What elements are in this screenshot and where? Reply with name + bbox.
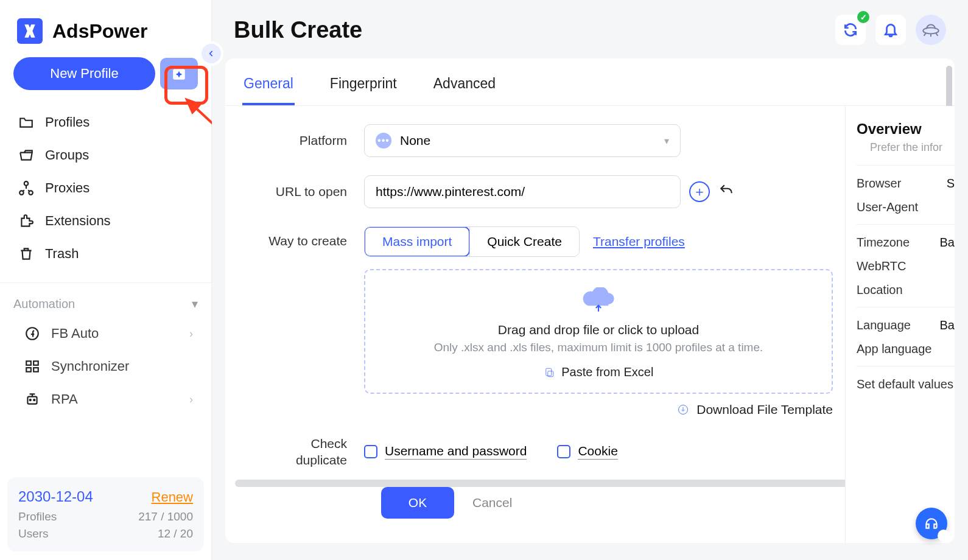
dropzone-text-2: Only .xlsx and .xls files, maximum limit… — [377, 341, 819, 354]
sidebar-item-synchronizer[interactable]: Synchronizer — [6, 350, 205, 383]
bulk-create-button[interactable] — [160, 58, 198, 89]
sidebar: AdsPower New Profile Profiles Groups Pro… — [0, 0, 212, 560]
tabs: General Fingerprint Advanced — [225, 58, 955, 105]
svg-rect-6 — [26, 361, 31, 365]
sidebar-item-groups[interactable]: Groups — [6, 139, 205, 172]
tab-fingerprint[interactable]: Fingerprint — [329, 69, 398, 105]
puzzle-icon — [18, 213, 34, 229]
sync-icon — [24, 359, 40, 374]
download-icon — [677, 404, 689, 416]
dropzone-text-1: Drag and drop file or click to upload — [377, 323, 819, 337]
checkbox-username-password[interactable]: Username and password — [364, 444, 527, 460]
overview-panel: Overview Prefer the infor BrowserS User-… — [845, 106, 955, 543]
sidebar-item-extensions[interactable]: Extensions — [6, 205, 205, 237]
platform-select[interactable]: ••• None ▾ — [364, 124, 681, 157]
tab-advanced[interactable]: Advanced — [432, 69, 497, 105]
bell-icon — [883, 22, 899, 38]
check-badge-icon — [857, 11, 869, 23]
notifications-button[interactable] — [875, 15, 906, 45]
paste-icon — [544, 367, 555, 378]
users-count-label: Users — [18, 527, 49, 541]
paste-from-excel-button[interactable]: Paste from Excel — [377, 365, 819, 379]
chevron-down-icon: ▾ — [664, 135, 669, 147]
new-profile-button[interactable]: New Profile — [13, 57, 155, 90]
overview-label: User-Agent — [857, 200, 918, 214]
renew-link[interactable]: Renew — [152, 489, 193, 505]
svg-rect-15 — [545, 368, 551, 376]
sidebar-item-label: Trash — [45, 246, 79, 262]
automation-section[interactable]: Automation ▾ — [0, 285, 211, 317]
checkbox-cookie[interactable]: Cookie — [557, 444, 617, 460]
overview-label: Language — [857, 318, 911, 332]
subscription-box: 2030-12-04 Renew Profiles 217 / 1000 Use… — [7, 477, 204, 551]
mass-import-option[interactable]: Mass import — [364, 226, 470, 257]
ok-button[interactable]: OK — [381, 487, 454, 519]
sidebar-item-label: Proxies — [45, 180, 89, 196]
chevron-down-icon: ▾ — [192, 296, 198, 311]
profiles-count-value: 217 / 1000 — [138, 510, 193, 523]
checkbox-icon — [557, 445, 570, 458]
cancel-button[interactable]: Cancel — [472, 495, 512, 510]
overview-subtitle: Prefer the infor — [870, 141, 955, 154]
overview-label: Timezone — [857, 236, 910, 250]
overview-label: App language — [857, 342, 931, 356]
sidebar-item-label: Synchronizer — [51, 359, 129, 374]
trash-icon — [18, 246, 34, 262]
way-to-create-toggle: Mass import Quick Create — [364, 226, 580, 257]
svg-point-14 — [923, 27, 939, 33]
sidebar-item-rpa[interactable]: RPA › — [6, 383, 205, 416]
checkbox-label: Username and password — [385, 444, 527, 460]
chevron-right-icon: › — [189, 393, 193, 406]
cloud-upload-icon — [377, 287, 819, 317]
overview-title: Overview — [857, 121, 955, 138]
quick-create-option[interactable]: Quick Create — [469, 227, 579, 256]
set-default-values-link[interactable]: Set default values — [857, 377, 953, 391]
support-fab[interactable] — [916, 508, 947, 539]
horizontal-scrollbar[interactable] — [235, 480, 930, 487]
profiles-count-label: Profiles — [18, 510, 57, 523]
refresh-icon — [843, 22, 858, 38]
download-template-link[interactable]: Download File Template — [364, 402, 833, 417]
form-card: General Fingerprint Advanced Platform ••… — [225, 58, 955, 543]
svg-rect-7 — [33, 361, 38, 365]
sidebar-item-profiles[interactable]: Profiles — [6, 106, 205, 139]
ufo-icon — [921, 19, 941, 40]
brand-row: AdsPower — [0, 0, 211, 57]
sidebar-item-label: RPA — [51, 391, 78, 407]
sidebar-item-proxies[interactable]: Proxies — [6, 172, 205, 205]
add-url-button[interactable]: ＋ — [689, 181, 710, 202]
facebook-icon — [24, 326, 40, 341]
network-icon — [18, 180, 34, 196]
svg-point-11 — [30, 399, 31, 401]
overview-label: Browser — [857, 177, 901, 191]
platform-label: Platform — [242, 133, 364, 148]
reset-url-button[interactable] — [718, 183, 734, 201]
subscription-date: 2030-12-04 — [18, 488, 93, 505]
checkbox-label: Cookie — [578, 444, 617, 460]
collapse-sidebar-button[interactable] — [202, 44, 221, 63]
check-duplicate-label: Checkduplicate — [242, 435, 364, 469]
headset-icon — [924, 516, 939, 531]
sync-button[interactable] — [835, 15, 866, 45]
sidebar-item-label: FB Auto — [51, 326, 99, 341]
sidebar-item-fb-auto[interactable]: FB Auto › — [6, 317, 205, 350]
undo-icon — [718, 183, 734, 198]
overview-value: S — [947, 177, 955, 191]
dots-icon: ••• — [376, 133, 391, 149]
folder-icon — [18, 114, 34, 130]
overview-value: Ba — [940, 236, 955, 250]
upload-dropzone[interactable]: Drag and drop file or click to upload On… — [364, 269, 833, 394]
transfer-profiles-link[interactable]: Transfer profiles — [593, 234, 685, 249]
sidebar-item-trash[interactable]: Trash — [6, 237, 205, 270]
robot-icon — [24, 391, 40, 407]
folder-open-icon — [18, 147, 34, 163]
url-input[interactable] — [376, 184, 669, 199]
way-to-create-label: Way to create — [242, 226, 364, 248]
tab-general[interactable]: General — [242, 69, 295, 105]
overview-value: Ba — [940, 318, 955, 332]
avatar[interactable] — [916, 15, 946, 45]
chevron-right-icon: › — [189, 327, 193, 340]
sidebar-item-label: Profiles — [45, 114, 89, 130]
checkbox-icon — [364, 445, 377, 458]
svg-rect-8 — [26, 368, 31, 372]
